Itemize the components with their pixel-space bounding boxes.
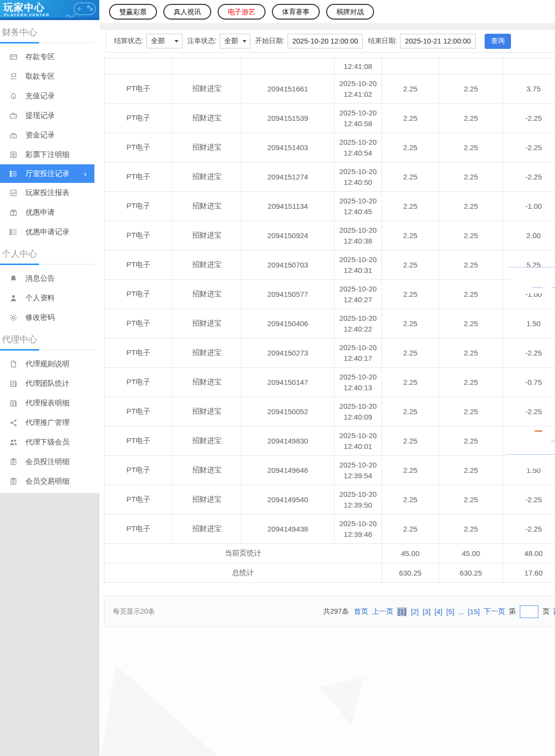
cell-valid-bet: 2.25 xyxy=(439,280,503,309)
sidebar-item-会员交易明细[interactable]: 会员交易明细 xyxy=(0,471,99,491)
sidebar-item-会员投注明细[interactable]: 会员投注明细 xyxy=(0,452,99,471)
table-row: PT电子招财进宝20941505772025-10-2012:40:272.25… xyxy=(105,280,555,309)
sidebar-item-充值记录[interactable]: 充值记录 xyxy=(0,86,99,106)
table-row-partial: 12:41:08 xyxy=(105,58,555,74)
table-row: PT电子招财进宝20941502732025-10-2012:40:172.25… xyxy=(105,338,555,368)
chart-doc-icon xyxy=(9,189,18,197)
cell-hall: PT电子 xyxy=(105,104,173,133)
cell-game: 招财进宝 xyxy=(173,397,242,426)
cell-valid-bet: 2.25 xyxy=(439,456,503,485)
sidebar-item-修改密码[interactable]: 修改密码 xyxy=(0,308,99,327)
table-row: PT电子招财进宝20941504062025-10-2012:40:222.25… xyxy=(105,309,555,338)
cell-datetime: 2025-10-2012:40:22 xyxy=(334,309,382,338)
sidebar-item-label: 代理团队统计 xyxy=(25,379,69,388)
cell-game: 招财进宝 xyxy=(173,280,242,309)
cell-hall: PT电子 xyxy=(105,280,173,309)
prev-page-link[interactable]: 上一页 xyxy=(372,607,394,616)
cell-valid-bet: 2.25 xyxy=(439,104,503,133)
cell-valid-bet: 2.25 xyxy=(439,74,503,104)
cell-game: 招财进宝 xyxy=(173,221,242,250)
gear-icon xyxy=(9,313,18,322)
page-link-4[interactable]: [4] xyxy=(434,608,442,616)
report-icon xyxy=(9,379,18,388)
table-row: PT电子招财进宝20941507032025-10-2012:40:312.25… xyxy=(105,250,555,280)
cell-win-loss: 2.00 xyxy=(503,221,555,250)
divider-band xyxy=(100,23,555,29)
cell-order-no: 2094151661 xyxy=(242,74,334,104)
sidebar-item-代理团队统计[interactable]: 代理团队统计 xyxy=(0,374,99,393)
cell-bet-amount: 2.25 xyxy=(382,280,439,309)
tab-电子游艺[interactable]: 电子游艺 xyxy=(218,4,266,20)
start-date-value: 2025-10-20 12:00:00 xyxy=(292,37,358,45)
cell-order-no: 2094150703 xyxy=(242,250,334,280)
tab-棋牌对战[interactable]: 棋牌对战 xyxy=(326,4,374,20)
tab-真人视讯[interactable]: 真人视讯 xyxy=(163,4,211,20)
sidebar-item-label: 会员交易明细 xyxy=(25,477,69,486)
order-status-select[interactable]: 全部 xyxy=(220,34,250,48)
sidebar-item-优惠申请[interactable]: 优惠申请 xyxy=(0,202,99,222)
share-icon xyxy=(9,419,18,427)
section-underline xyxy=(0,264,94,265)
end-date-input[interactable]: 2025-10-21 12:00:00 xyxy=(400,34,476,48)
cell-datetime: 2025-10-2012:41:02 xyxy=(334,74,382,104)
sidebar-item-取款专区[interactable]: 取款专区 xyxy=(0,67,99,86)
cell-bet-amount: 2.25 xyxy=(382,192,439,221)
cell-game: 招财进宝 xyxy=(173,309,242,338)
tab-体育赛事[interactable]: 体育赛事 xyxy=(272,4,320,20)
tab-雙赢彩票[interactable]: 雙赢彩票 xyxy=(109,4,157,20)
sidebar-item-代理规则说明[interactable]: 代理规则说明 xyxy=(0,354,99,374)
cell-summary-label: 总统计 xyxy=(105,563,382,583)
cell-hall: PT电子 xyxy=(105,221,173,250)
sidebar-item-消息公告[interactable]: 消息公告 xyxy=(0,268,99,288)
sidebar-item-label: 代理推广管理 xyxy=(25,418,69,427)
sidebar-item-优惠申请记录[interactable]: 优惠申请记录 xyxy=(0,222,99,242)
cell-order-no: 2094150052 xyxy=(242,397,334,426)
sidebar-item-个人资料[interactable]: 个人资料 xyxy=(0,288,99,308)
popup-dash xyxy=(532,287,543,288)
cell-hall: PT电子 xyxy=(105,338,173,368)
sidebar-item-代理报表明细[interactable]: 代理报表明细 xyxy=(0,393,99,413)
cell-hall: PT电子 xyxy=(105,309,173,338)
settle-status-select[interactable]: 全部 xyxy=(146,34,182,48)
cell-empty xyxy=(503,58,555,74)
sidebar-item-厅室投注记录[interactable]: 厅室投注记录› xyxy=(0,164,94,183)
cell-summary-bet: 630.25 xyxy=(382,563,439,583)
cell-bet-amount: 2.25 xyxy=(382,426,439,456)
cell-bet-amount: 2.25 xyxy=(382,104,439,133)
cell-order-no: 2094149540 xyxy=(242,485,334,514)
page-link-15[interactable]: [15] xyxy=(468,608,480,616)
cell-game: 招财进宝 xyxy=(173,485,242,514)
cell-datetime: 2025-10-2012:40:01 xyxy=(334,426,382,456)
cell-game: 招财进宝 xyxy=(173,368,242,397)
bet-records-table: 12:41:08PT电子招财进宝20941516612025-10-2012:4… xyxy=(104,58,555,583)
cell-empty xyxy=(105,58,173,74)
page-link-2[interactable]: [2] xyxy=(411,608,419,616)
cell-valid-bet: 2.25 xyxy=(439,221,503,250)
sidebar-item-存款专区[interactable]: 存款专区 xyxy=(0,47,99,67)
purse-icon xyxy=(9,131,18,139)
sidebar-item-资金记录[interactable]: 资金记录 xyxy=(0,125,99,145)
page-link-3[interactable]: [3] xyxy=(422,608,430,616)
jump-go-link[interactable]: 跳 xyxy=(554,607,555,616)
sidebar-item-彩票下注明细[interactable]: 彩票下注明细 xyxy=(0,145,99,164)
sidebar-section-title: 财务中心 xyxy=(0,20,99,43)
page-link-1[interactable]: [1] xyxy=(397,607,407,616)
cell-win-loss: -2.25 xyxy=(503,397,555,426)
next-page-link[interactable]: 下一页 xyxy=(484,607,505,616)
list-check-icon xyxy=(9,228,18,236)
sidebar-item-代理下级会员[interactable]: 代理下级会员 xyxy=(0,432,99,452)
sidebar-item-提现记录[interactable]: 提现记录 xyxy=(0,106,99,125)
first-page-link[interactable]: 首页 xyxy=(354,607,368,616)
jump-page-input[interactable] xyxy=(520,605,538,618)
sidebar-item-玩家投注报表[interactable]: 玩家投注报表 xyxy=(0,183,99,202)
cell-order-no: 2094151134 xyxy=(242,192,334,221)
settle-status-value: 全部 xyxy=(151,37,165,45)
page-link-5[interactable]: [5] xyxy=(446,608,454,616)
table-row: PT电子招财进宝20941512742025-10-2012:40:502.25… xyxy=(105,162,555,192)
sidebar-item-label: 彩票下注明细 xyxy=(25,150,69,159)
cell-empty xyxy=(382,58,439,74)
start-date-input[interactable]: 2025-10-20 12:00:00 xyxy=(288,34,363,48)
sidebar-item-代理推广管理[interactable]: 代理推广管理 xyxy=(0,413,99,432)
query-button[interactable]: 查询 xyxy=(485,34,511,49)
gift-icon xyxy=(9,208,18,217)
